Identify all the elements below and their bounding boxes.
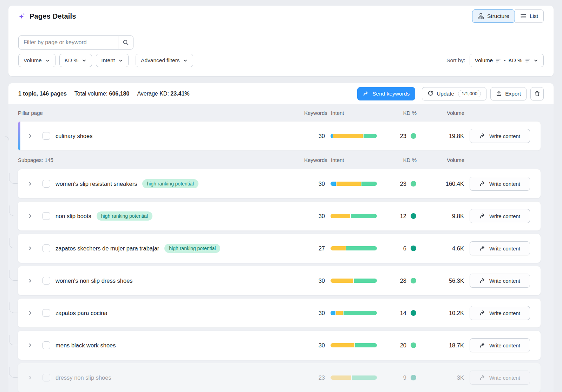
intent-segment-yellow xyxy=(331,246,346,250)
kd-column-label: KD % xyxy=(383,110,417,116)
intent-segment-yellow xyxy=(331,279,353,283)
page-name: culinary shoes xyxy=(55,133,92,139)
sort-by-label: Sort by: xyxy=(446,57,465,64)
update-button[interactable]: Update 1/1,000 xyxy=(422,87,486,100)
write-arrow-icon xyxy=(479,213,486,219)
intent-segment-green xyxy=(352,375,377,380)
volume-value: 19.8K xyxy=(422,133,464,139)
pillar-page-row[interactable]: culinary shoes302319.8KWrite content xyxy=(18,121,541,151)
table-row[interactable]: zapatos para cocina301410.2KWrite conten… xyxy=(18,298,541,328)
keywords-count: 30 xyxy=(304,133,325,139)
page-name: zapatos skechers de mujer para trabajar xyxy=(55,245,159,252)
write-content-button[interactable]: Write content xyxy=(470,241,530,255)
expand-chevron-icon[interactable] xyxy=(27,213,33,219)
kd-difficulty-dot xyxy=(411,310,416,316)
expand-chevron-icon[interactable] xyxy=(27,133,33,139)
intent-segment-blue xyxy=(331,134,333,138)
row-checkbox[interactable] xyxy=(43,341,50,349)
chevron-down-icon xyxy=(45,58,50,63)
write-arrow-icon xyxy=(479,342,486,348)
intent-segment-green xyxy=(344,311,377,315)
structure-view-button[interactable]: Structure xyxy=(472,9,515,23)
subpages-count-label: Subpages: 145 xyxy=(18,157,299,163)
intent-segment-green xyxy=(351,214,377,218)
kd-filter-dropdown[interactable]: KD % xyxy=(59,54,92,67)
expand-chevron-icon[interactable] xyxy=(27,181,33,187)
kd-value: 28 xyxy=(400,277,406,284)
pillar-accent-bar xyxy=(18,122,20,150)
high-ranking-badge: high ranking potential xyxy=(97,211,152,221)
intent-bar xyxy=(331,182,377,186)
table-row[interactable]: mens black work shoes302018.7KWrite cont… xyxy=(18,331,541,360)
search-button[interactable] xyxy=(118,35,133,50)
update-quota-badge: 1/1,000 xyxy=(458,90,481,97)
write-content-button[interactable]: Write content xyxy=(470,306,530,320)
write-content-button[interactable]: Write content xyxy=(470,209,530,223)
intent-bar xyxy=(331,311,377,315)
write-content-button[interactable]: Write content xyxy=(470,177,530,191)
volume-value: 9.8K xyxy=(422,213,464,220)
send-arrow-icon xyxy=(363,91,369,97)
row-checkbox[interactable] xyxy=(43,309,50,317)
export-button[interactable]: Export xyxy=(490,87,527,100)
table-row[interactable]: dressy non slip shoes2393KWrite content xyxy=(18,363,541,392)
pillar-header-row: Pillar page Keywords Intent KD % Volume xyxy=(8,104,554,121)
row-checkbox[interactable] xyxy=(43,277,50,285)
sort-dropdown[interactable]: Volume - KD % xyxy=(470,54,544,67)
expand-chevron-icon[interactable] xyxy=(27,310,33,316)
sort-desc-icon xyxy=(496,58,501,63)
page-name: mens black work shoes xyxy=(55,342,116,349)
advanced-filters-dropdown[interactable]: Advanced filters xyxy=(136,54,193,67)
keywords-count: 27 xyxy=(304,245,325,252)
trash-icon xyxy=(534,91,540,97)
intent-bar xyxy=(331,343,377,347)
write-content-button[interactable]: Write content xyxy=(470,371,530,385)
table-row[interactable]: non slip bootshigh ranking potential3012… xyxy=(18,201,541,231)
kd-difficulty-dot xyxy=(411,213,416,219)
table-row[interactable]: women's non slip dress shoes302856.3KWri… xyxy=(18,266,541,295)
sitemap-icon xyxy=(478,13,484,19)
write-content-button[interactable]: Write content xyxy=(470,338,530,352)
write-arrow-icon xyxy=(479,277,486,284)
page-name: non slip boots xyxy=(55,213,91,220)
volume-filter-dropdown[interactable]: Volume xyxy=(18,54,55,67)
send-keywords-button[interactable]: Send keywords xyxy=(357,87,415,100)
expand-chevron-icon[interactable] xyxy=(27,342,33,348)
chevron-down-icon xyxy=(183,58,188,63)
write-content-button[interactable]: Write content xyxy=(470,129,530,143)
search-input[interactable] xyxy=(18,35,118,50)
table-row[interactable]: zapatos skechers de mujer para trabajarh… xyxy=(18,234,541,263)
page-title: Pages Details xyxy=(30,12,76,20)
intent-filter-dropdown[interactable]: Intent xyxy=(96,54,129,67)
intent-segment-green xyxy=(355,343,377,347)
intent-segment-yellow xyxy=(331,343,354,347)
intent-segment-green xyxy=(361,182,377,186)
page-name: women's slip resistant sneakers xyxy=(55,181,137,187)
pages-details-app: Pages Details Structure xyxy=(0,0,562,392)
write-content-button[interactable]: Write content xyxy=(470,274,530,288)
expand-chevron-icon[interactable] xyxy=(27,375,33,380)
intent-bar xyxy=(331,214,377,218)
table-row[interactable]: women's slip resistant sneakershigh rank… xyxy=(18,169,541,198)
list-view-button[interactable]: List xyxy=(515,9,544,23)
row-checkbox[interactable] xyxy=(43,374,50,381)
intent-bar xyxy=(331,246,377,250)
kd-value: 14 xyxy=(400,310,406,316)
expand-chevron-icon[interactable] xyxy=(27,246,33,251)
row-checkbox[interactable] xyxy=(43,212,50,220)
chevron-down-icon xyxy=(81,58,87,63)
row-checkbox[interactable] xyxy=(43,180,50,188)
delete-button[interactable] xyxy=(530,87,544,100)
write-arrow-icon xyxy=(479,181,486,187)
average-kd: Average KD: 23.41% xyxy=(137,91,189,97)
row-checkbox[interactable] xyxy=(43,132,50,140)
page-name: zapatos para cocina xyxy=(55,310,107,316)
volume-value: 18.7K xyxy=(422,342,464,349)
kd-difficulty-dot xyxy=(411,133,416,139)
intent-column-label: Intent xyxy=(331,157,377,163)
expand-chevron-icon[interactable] xyxy=(27,278,33,283)
write-arrow-icon xyxy=(479,310,486,316)
high-ranking-badge: high ranking potential xyxy=(164,244,220,253)
row-checkbox[interactable] xyxy=(43,244,50,252)
chevron-down-icon xyxy=(533,58,538,63)
